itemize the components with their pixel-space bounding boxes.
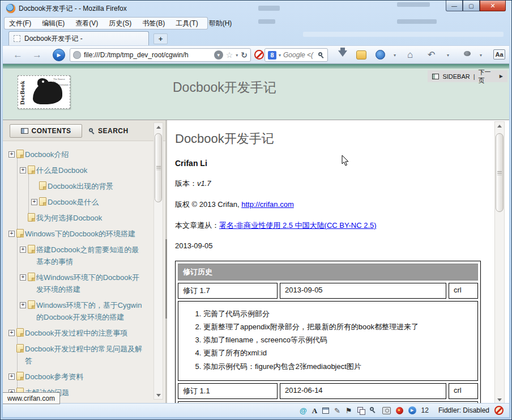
tree-item-label[interactable]: Docbook参考资料 [25,371,83,383]
addon-folder-icon[interactable] [356,50,366,60]
search-engine-dropdown-icon[interactable]: ▾ [279,53,281,58]
tree-expander-icon[interactable]: + [8,151,15,158]
fiddler-fly-icon[interactable] [464,51,471,56]
scroll-up-arrow[interactable] [495,122,504,130]
tree-item[interactable]: + Docbook开发过程中的注意事项 [8,327,144,339]
tree-item-label[interactable]: Windows环境下的，基于Cygwin的Docbook开发环境的搭建 [36,299,144,323]
zoom-addon-icon[interactable] [370,407,377,414]
go-button-icon[interactable]: ▼ [214,50,223,60]
fiddler-dropdown-icon[interactable]: ▾ [480,53,482,58]
tree-item[interactable]: + 什么是Docbook [8,164,144,176]
crifan-link[interactable]: http://crifan.com [241,200,293,209]
tree-item-label[interactable]: Docbook是什么 [48,196,99,208]
undo-icon[interactable]: ↶ [428,49,435,60]
sidebar-toggle-icon[interactable] [432,74,439,79]
titlebar[interactable]: Docbook开发手记 - - Mozilla Firefox — ▢ ✕ [1,1,511,16]
player-addon-icon[interactable]: ▶ [408,406,416,414]
screenshot-addon-icon[interactable] [382,407,391,414]
search-input[interactable]: Google <( [283,51,316,59]
tree-item[interactable]: + 纯Windows环境下的Docbook开发环境的搭建 [8,271,144,295]
addon-star-icon[interactable] [376,50,385,60]
sidebar-toggle-label[interactable]: SIDEBAR [442,73,470,80]
tree-item[interactable]: + Windows环境下的，基于Cygwin的Docbook开发环境的搭建 [8,299,144,323]
tree-item-label[interactable]: 搭建Docbook之前需要知道的最基本的事情 [36,244,144,268]
content-scrollbar[interactable] [494,121,505,403]
list-item: 更新整理了appendix附录部分，把最新的所有的book都整理进来了 [203,321,473,333]
minimize-button[interactable]: — [446,1,463,11]
tree-expander-icon[interactable]: + [8,330,15,336]
urlbar-dropdown-icon[interactable]: ▾ [236,53,238,58]
url-bar[interactable]: file:///D:/tmp/tmp_dev_root/cgwin/h ▼ ☆ … [70,48,251,62]
reload-icon[interactable]: ↻ [241,50,248,60]
tree-expander-icon[interactable]: + [20,247,26,253]
text-size-icon[interactable]: Aa [493,49,505,60]
license-link[interactable]: 署名-非商业性使用 2.5 中国大陆(CC BY-NC 2.5) [219,221,377,230]
sidebar-scrollbar[interactable] [153,122,163,400]
new-tab-button[interactable]: + [153,33,168,44]
url-input[interactable]: file:///D:/tmp/tmp_dev_root/cgwin/h [84,51,211,59]
brush-addon-icon[interactable]: ✎ [334,406,340,415]
maximize-button[interactable]: ▢ [463,1,480,11]
menubar: 文件(F) 编辑(E) 查看(V) 历史(S) 书签(B) 工具(T) 帮助(H… [4,17,208,29]
next-page-link[interactable]: 下一页 [479,68,496,85]
downloads-icon[interactable] [338,50,347,57]
tab-search[interactable]: SEARCH [89,124,129,138]
at-addon-icon[interactable]: @ [300,406,307,415]
menu-file[interactable]: 文件(F) [9,19,31,28]
tree-expander-icon[interactable]: + [8,374,15,380]
tree-expander-icon[interactable]: + [20,302,26,308]
font-addon-icon[interactable]: A [312,406,317,415]
tree-item[interactable]: + 搭建Docbook之前需要知道的最基本的事情 [8,244,144,268]
blocked-status-icon[interactable] [494,406,504,415]
tree-item[interactable]: Docbook出现的背景 [8,180,144,192]
back-button[interactable]: ← [13,49,23,61]
search-box[interactable]: 8 ▾ Google <( [264,48,328,62]
tree-item-label[interactable]: Docbook出现的背景 [48,180,113,192]
tree-item[interactable]: + Docbook介绍 [8,149,144,160]
tree-item[interactable]: 我为何选择Docbook [8,212,144,224]
home-icon[interactable]: ⌂ [407,49,413,61]
menu-view[interactable]: 查看(V) [75,19,98,28]
tab-groups-icon[interactable] [357,407,365,414]
menu-help[interactable]: 帮助(H) [209,19,232,28]
close-button[interactable]: ✕ [480,1,506,11]
scroll-down-arrow[interactable] [495,396,504,403]
tree-expander-icon[interactable]: + [20,167,26,173]
bird-addon-icon[interactable] [396,407,403,414]
tree-item-label[interactable]: Docbook开发过程中的注意事项 [25,327,127,339]
menu-history[interactable]: 历史(S) [109,19,131,28]
sidebar-scrollbar-thumb[interactable] [155,133,162,202]
session-button[interactable]: ▶ [53,49,65,61]
tree-item-label[interactable]: Windows下的Docbook的环境搭建 [25,228,135,240]
tree-item[interactable]: + Windows下的Docbook的环境搭建 [8,228,144,240]
adblock-icon[interactable] [254,50,264,60]
tree-item-label[interactable]: Docbook开发过程中的常见问题及解答 [25,343,144,367]
scroll-up-arrow[interactable] [154,123,163,131]
scroll-down-arrow[interactable] [154,391,163,399]
tree-expander-icon[interactable]: + [20,274,26,281]
tree-item[interactable]: Docbook开发过程中的常见问题及解答 [8,343,144,367]
forward-button[interactable]: → [32,49,42,61]
toolbar-dropdown-icon[interactable]: ▾ [394,53,396,58]
menu-edit[interactable]: 编辑(E) [42,19,65,28]
bookmark-star-icon[interactable]: ☆ [226,51,233,59]
tree-item-label[interactable]: 纯Windows环境下的Docbook开发环境的搭建 [36,271,144,295]
tree-item[interactable]: + Docbook是什么 [8,196,144,208]
menu-bookmarks[interactable]: 书签(B) [142,19,165,28]
fiddler-status[interactable]: Fiddler: Disabled [438,406,489,414]
tree-expander-icon[interactable]: + [31,199,37,205]
flag-addon-icon[interactable]: ⚑ [345,406,352,415]
window-addon-icon[interactable] [322,408,329,414]
tree-item-label[interactable]: 我为何选择Docbook [36,212,102,224]
tree-item[interactable]: + Docbook参考资料 [8,371,144,383]
tab-contents[interactable]: CONTENTS [10,124,82,138]
tree-item-label[interactable]: Docbook介绍 [25,149,69,160]
search-icon[interactable] [318,52,325,58]
content-scrollbar-thumb[interactable] [496,133,504,212]
active-tab[interactable]: Docbook开发手记 - [8,31,149,45]
menu-tools[interactable]: 工具(T) [176,19,198,28]
undo-dropdown-icon[interactable]: ▾ [447,53,449,58]
next-page-arrow-icon[interactable]: ▶ [500,74,503,79]
tree-expander-icon[interactable]: + [8,231,15,237]
tree-item-label[interactable]: 什么是Docbook [36,164,87,176]
